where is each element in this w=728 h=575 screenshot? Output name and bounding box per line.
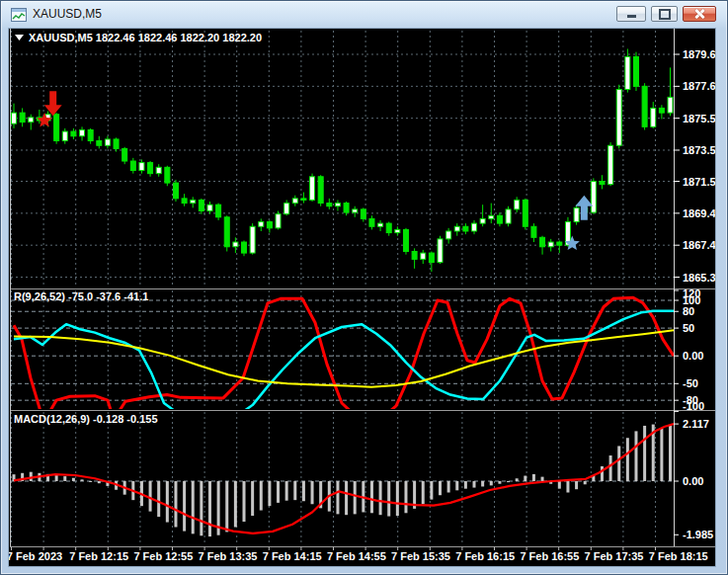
macd-histogram-bar xyxy=(422,481,425,504)
candle xyxy=(497,215,502,223)
candle xyxy=(173,183,178,199)
candle xyxy=(276,214,281,228)
candle xyxy=(139,163,144,171)
candle xyxy=(454,226,459,231)
macd-histogram-bar xyxy=(251,481,254,516)
macd-histogram-bar xyxy=(507,481,510,482)
macd-histogram-bar xyxy=(345,481,348,515)
restore-icon xyxy=(659,9,671,20)
candle xyxy=(591,182,596,213)
macd-histogram-bar xyxy=(455,481,458,490)
candle xyxy=(122,148,127,161)
macd-histogram-bar xyxy=(302,481,305,501)
candle xyxy=(301,199,306,201)
chart-window-icon xyxy=(11,8,27,22)
candle xyxy=(105,139,110,145)
time-axis-label: 7 Feb 14:15 xyxy=(263,550,322,562)
macd-histogram-bar xyxy=(439,481,442,495)
macd-histogram-bar xyxy=(464,481,467,489)
macd-histogram-bar xyxy=(404,481,407,513)
macd-histogram-bar xyxy=(490,481,493,485)
macd-label: MACD(12,26,9) -0.128 -0.155 xyxy=(14,413,158,425)
candle xyxy=(642,86,647,126)
candle xyxy=(523,200,527,226)
chart-client-area[interactable]: 1879.651877.601875.551873.501871.501869.… xyxy=(9,29,715,566)
candle xyxy=(446,231,451,239)
macd-histogram-bar xyxy=(609,455,612,481)
macd-histogram-bar xyxy=(183,481,186,532)
macd-histogram-bar xyxy=(72,478,75,481)
indicator-axis-label: 0.00 xyxy=(683,350,703,362)
price-axis-label: 1875.55 xyxy=(683,113,715,124)
candle xyxy=(88,129,93,140)
macd-histogram-bar xyxy=(98,481,101,483)
candle xyxy=(616,89,621,145)
time-axis-label: 7 Feb 12:55 xyxy=(133,550,193,562)
price-axis-label: 1865.35 xyxy=(683,272,715,284)
price-axis-label: 1869.45 xyxy=(683,207,715,219)
candle xyxy=(199,200,203,210)
candle xyxy=(344,204,349,212)
minimize-icon xyxy=(627,15,636,18)
mt4-chart-window: XAUUSD,M5 1879.651877.601875.551873.5018… xyxy=(0,0,728,575)
indicator1-label: R(9,26,52) -75.0 -37.6 -41.1 xyxy=(14,290,148,302)
macd-histogram-bar xyxy=(516,478,519,481)
candle xyxy=(557,242,562,245)
candle xyxy=(54,115,59,141)
macd-histogram-bar xyxy=(149,481,152,512)
macd-histogram-bar xyxy=(481,481,484,486)
candle xyxy=(531,226,536,237)
macd-axis-label: 0.00 xyxy=(683,475,703,487)
macd-histogram-bar xyxy=(626,438,629,481)
candle xyxy=(515,200,520,208)
candle xyxy=(548,242,553,247)
restore-button[interactable] xyxy=(651,6,678,22)
candle xyxy=(651,108,656,126)
candle xyxy=(20,113,25,122)
candle xyxy=(472,223,477,231)
macd-histogram-bar xyxy=(566,481,569,492)
macd-histogram-bar xyxy=(55,475,58,481)
minimize-button[interactable] xyxy=(616,6,646,22)
candle xyxy=(156,167,161,173)
indicator-axis-label: -50 xyxy=(683,377,698,389)
window-title: XAUUSD,M5 xyxy=(33,7,102,21)
time-axis-label: 7 Feb 2023 xyxy=(9,550,62,562)
macd-histogram-bar xyxy=(669,426,672,481)
candle xyxy=(207,205,212,210)
macd-histogram-bar xyxy=(370,481,373,513)
candle xyxy=(233,242,238,247)
window-controls xyxy=(616,6,716,22)
macd-histogram-bar xyxy=(584,481,587,484)
candle xyxy=(259,222,264,227)
macd-histogram-bar xyxy=(379,481,382,515)
macd-histogram-bar xyxy=(601,466,604,481)
candle xyxy=(361,209,365,218)
candle xyxy=(540,237,545,246)
candle xyxy=(480,218,485,223)
candle xyxy=(438,239,443,263)
candle xyxy=(80,129,85,135)
macd-histogram-bar xyxy=(541,477,544,481)
candle xyxy=(114,139,119,148)
time-axis-label: 7 Feb 12:15 xyxy=(69,550,128,562)
candle xyxy=(165,167,170,183)
price-axis-label: 1877.60 xyxy=(683,80,715,92)
macd-histogram-bar xyxy=(396,481,399,516)
candle xyxy=(224,217,229,247)
candle xyxy=(386,223,391,232)
indicator-axis-label: 80 xyxy=(683,305,694,317)
candle xyxy=(71,131,76,136)
candle xyxy=(506,209,511,223)
macd-histogram-bar xyxy=(354,481,357,514)
candle xyxy=(148,163,153,174)
close-button[interactable] xyxy=(683,6,716,22)
candle xyxy=(62,131,67,140)
macd-histogram-bar xyxy=(63,476,66,481)
indicator-axis-label: 100 xyxy=(683,294,700,306)
macd-histogram-bar xyxy=(430,481,433,500)
macd-histogram-bar xyxy=(234,481,237,527)
title-bar[interactable]: XAUUSD,M5 xyxy=(1,1,727,29)
macd-histogram-bar xyxy=(336,481,339,514)
candle xyxy=(463,226,468,231)
